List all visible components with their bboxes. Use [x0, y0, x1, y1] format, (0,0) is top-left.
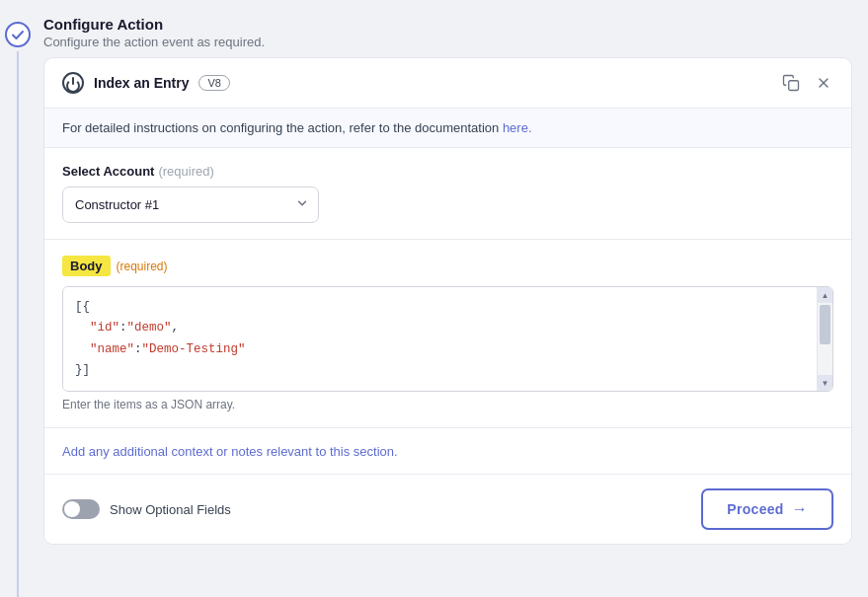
optional-fields-toggle[interactable]	[62, 499, 100, 519]
step-indicator	[5, 22, 31, 47]
copy-button[interactable]	[780, 72, 802, 94]
body-section: Body (required) [{ "id":"demo", "name":"…	[44, 240, 851, 428]
select-wrapper: Constructor #1 Constructor #2 Constructo…	[62, 187, 319, 223]
toggle-label: Show Optional Fields	[110, 502, 231, 517]
code-hint: Enter the items as a JSON array.	[62, 398, 833, 411]
code-editor-wrapper: [{ "id":"demo", "name":"Demo-Testing" }]…	[62, 286, 833, 392]
card-body: For detailed instructions on configuring…	[44, 109, 851, 544]
select-account-label: Select Account(required)	[62, 164, 833, 179]
version-badge: V8	[198, 75, 229, 91]
scroll-up-button[interactable]: ▲	[818, 287, 832, 303]
info-bar: For detailed instructions on configuring…	[44, 109, 851, 148]
step-sidebar	[0, 0, 36, 597]
code-display[interactable]: [{ "id":"demo", "name":"Demo-Testing" }]	[63, 287, 832, 391]
close-button[interactable]	[814, 73, 833, 93]
account-select[interactable]: Constructor #1 Constructor #2 Constructo…	[62, 187, 319, 223]
body-label: Body	[62, 256, 111, 276]
scrollbar: ▲ ▼	[817, 287, 832, 391]
scroll-space	[818, 346, 832, 375]
power-icon	[62, 72, 84, 94]
step-line	[17, 51, 19, 597]
context-link[interactable]: Add any additional context or notes rele…	[62, 444, 398, 459]
proceed-label: Proceed	[727, 501, 783, 517]
scroll-down-button[interactable]: ▼	[818, 375, 832, 391]
main-content: Configure Action Configure the action ev…	[36, 0, 868, 597]
context-section: Add any additional context or notes rele…	[44, 428, 851, 475]
required-indicator: (required)	[158, 164, 213, 179]
page-subtitle: Configure the action event as required.	[43, 35, 852, 49]
select-account-section: Select Account(required) Constructor #1 …	[44, 148, 851, 240]
card-header: Index an Entry V8	[44, 58, 851, 109]
info-text: For detailed instructions on configuring…	[62, 120, 503, 135]
page-header: Configure Action Configure the action ev…	[43, 16, 852, 49]
body-required: (required)	[117, 260, 168, 273]
scroll-thumb[interactable]	[820, 305, 830, 344]
proceed-arrow-icon: →	[792, 500, 808, 518]
card-footer: Show Optional Fields Proceed →	[44, 475, 851, 544]
body-label-badge: Body (required)	[62, 256, 168, 276]
card-header-right	[780, 72, 833, 94]
proceed-button[interactable]: Proceed →	[701, 488, 833, 530]
page-title: Configure Action	[43, 16, 852, 33]
svg-rect-0	[789, 81, 799, 91]
info-link[interactable]: here.	[503, 120, 532, 135]
configure-card: Index an Entry V8	[43, 57, 852, 545]
card-header-left: Index an Entry V8	[62, 72, 230, 94]
toggle-row: Show Optional Fields	[62, 499, 231, 519]
card-title: Index an Entry	[94, 75, 189, 91]
